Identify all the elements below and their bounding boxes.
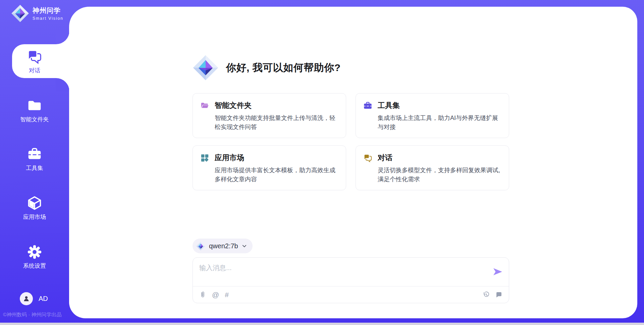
sidebar-item-folder[interactable]: 智能文件夹	[0, 98, 69, 123]
window-bottom-strip	[0, 323, 644, 325]
brand-subtitle: Smart Vision	[33, 16, 63, 21]
sidebar-item-label: 应用市场	[23, 213, 46, 221]
card-smart-folder[interactable]: 智能文件夹 智能文件夹功能支持批量文件上传与清洗，轻松实现文件问答	[193, 93, 346, 138]
sidebar-item-label: 工具集	[26, 164, 43, 172]
card-description: 智能文件夹功能支持批量文件上传与清洗，轻松实现文件问答	[215, 114, 340, 132]
chat-icon	[363, 153, 372, 162]
sidebar-item-tools[interactable]: 工具集	[0, 147, 69, 172]
cube-icon	[27, 196, 42, 210]
card-description: 集成市场上主流工具，助力AI与外界无缝扩展与对接	[378, 114, 503, 132]
chevron-down-icon	[242, 244, 247, 249]
card-title: 工具集	[378, 101, 503, 111]
send-icon[interactable]	[492, 266, 503, 277]
message-composer[interactable]: 输入消息... @ #	[193, 257, 509, 303]
composer-toolbar: @ #	[193, 286, 509, 303]
card-chat[interactable]: 对话 灵活切换多模型文件，支持多样回复效果调试,满足个性化需求	[356, 145, 509, 190]
greeting-row: 你好, 我可以如何帮助你?	[193, 55, 341, 81]
assistant-logo-icon	[193, 55, 219, 81]
user-initials: AD	[39, 295, 48, 303]
model-selector[interactable]: qwen2:7b	[193, 239, 253, 253]
sidebar-item-settings[interactable]: 系统设置	[0, 245, 69, 270]
user-profile[interactable]: AD	[20, 292, 48, 305]
sidebar-item-market[interactable]: 应用市场	[0, 196, 69, 221]
card-app-market[interactable]: 应用市场 应用市场提供丰富长文本模板，助力高效生成多样化文章内容	[193, 145, 346, 190]
chat-bubble-icon[interactable]	[495, 291, 502, 298]
briefcase-icon	[363, 101, 372, 110]
main-panel: 你好, 我可以如何帮助你? 智能文件夹 智能文件夹功能支持批量文件上传与清洗，轻…	[69, 7, 637, 318]
briefcase-icon	[27, 147, 42, 161]
card-title: 应用市场	[215, 153, 340, 163]
model-name: qwen2:7b	[209, 242, 238, 250]
greeting-title: 你好, 我可以如何帮助你?	[226, 61, 341, 75]
feature-cards: 智能文件夹 智能文件夹功能支持批量文件上传与清洗，轻松实现文件问答 工具集 集成…	[193, 93, 509, 190]
brand-logo: 神州问学 Smart Vision	[11, 4, 63, 22]
sidebar-item-label: 系统设置	[23, 262, 46, 270]
brand-gem-icon	[11, 4, 29, 22]
card-title: 对话	[378, 153, 503, 163]
gear-icon	[27, 245, 42, 259]
person-icon	[23, 295, 30, 302]
chat-icon	[27, 49, 42, 64]
brand-name: 神州问学	[33, 6, 63, 15]
sidebar-item-label: 智能文件夹	[20, 116, 49, 123]
hashtag-icon[interactable]: #	[225, 291, 229, 298]
sidebar-item-chat[interactable]: 对话	[12, 44, 70, 78]
paperclip-icon[interactable]	[199, 291, 206, 298]
card-description: 灵活切换多模型文件，支持多样回复效果调试,满足个性化需求	[378, 166, 503, 184]
apps-icon	[200, 153, 209, 162]
sidebar: 神州问学 Smart Vision 对话 智能文件夹 工具集 应用市场	[0, 0, 69, 325]
footer-credit: ©神州数码 · 神州问学出品	[3, 312, 69, 318]
model-logo-icon	[196, 242, 205, 251]
history-icon[interactable]	[483, 291, 490, 298]
mention-icon[interactable]: @	[212, 291, 219, 298]
message-input[interactable]: 输入消息...	[199, 263, 232, 272]
sidebar-item-label: 对话	[29, 67, 40, 74]
folder-icon	[27, 98, 42, 113]
card-title: 智能文件夹	[215, 101, 340, 111]
card-toolset[interactable]: 工具集 集成市场上主流工具，助力AI与外界无缝扩展与对接	[356, 93, 509, 138]
card-description: 应用市场提供丰富长文本模板，助力高效生成多样化文章内容	[215, 166, 340, 184]
folder-open-icon	[200, 101, 209, 110]
avatar	[20, 292, 33, 305]
